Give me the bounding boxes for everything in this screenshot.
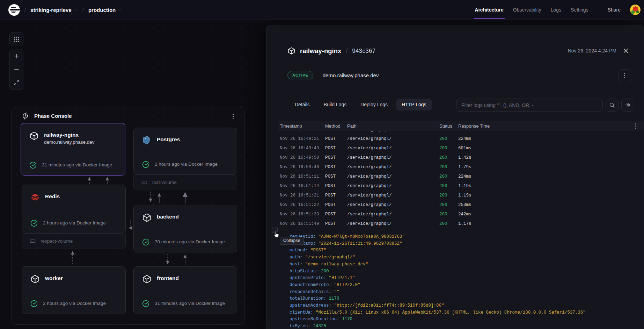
table-options-button[interactable] — [635, 123, 636, 129]
nav-tab[interactable]: Architecture — [475, 7, 503, 13]
log-field: downstreamProto"HTTP/2.0" — [290, 282, 644, 289]
log-field: requestId"AJWc-W7lQt-m8MxoTosa8A_9803176… — [290, 234, 644, 241]
log-row[interactable]: Nov 26 16:49:43 POST /service/graphql/ 2… — [278, 144, 644, 153]
postgres-icon — [142, 136, 152, 145]
collapse-log-button[interactable] — [272, 227, 278, 233]
service-card-frontend[interactable]: frontend 31 minutes ago via Docker Image — [133, 266, 237, 314]
collapse-tooltip: Collapse — [280, 237, 304, 245]
cube-icon — [30, 274, 40, 284]
log-row[interactable]: Nov 26 16:49:14 POST /service/graphql/ 2… — [278, 131, 644, 134]
project-switcher[interactable]: striking-reprieve — [30, 7, 78, 13]
group-menu-button[interactable] — [229, 113, 236, 120]
log-field: upstreamAddress"http://[fd12:a011:ff74::… — [290, 302, 644, 309]
deploy-status-text: 31 minutes ago via Docker Image — [155, 300, 225, 307]
nav-tab[interactable]: Observability — [513, 7, 541, 13]
chevron-down-icon — [118, 8, 122, 12]
log-field: path"/service/graphql/" — [290, 254, 644, 261]
expand-icon — [14, 80, 20, 86]
panel-meta: Nov 26, 2024 4:24 PM — [568, 48, 629, 54]
close-icon[interactable] — [623, 48, 629, 54]
log-field: clientUa"Mozilla/5.0 (X11; Linux x86_64)… — [290, 309, 644, 316]
service-card-worker[interactable]: worker 2 hours ago via Docker Image — [22, 266, 126, 314]
railway-logo[interactable] — [8, 4, 20, 16]
nav-tabs: ArchitectureObservabilityLogsSettings — [475, 7, 588, 13]
check-circle-icon — [142, 161, 149, 168]
top-nav: / striking-reprieve / production Archite… — [0, 0, 644, 20]
log-row[interactable]: Nov 26 16:51:11 POST /service/graphql/ 2… — [278, 172, 644, 181]
chevron-down-icon — [74, 8, 78, 12]
log-field: httpStatus200 — [290, 268, 644, 275]
volume-disk-icon — [29, 238, 36, 244]
environment-name: production — [88, 7, 116, 13]
group-header: Phase Console — [22, 112, 72, 120]
service-card-redis[interactable]: Redis 2 hours ago via Docker Image — [22, 185, 126, 234]
status-badge: ACTIVE — [287, 71, 313, 79]
log-row[interactable]: Nov 26 16:49:50 POST /service/graphql/ 2… — [278, 153, 644, 163]
panel-tab[interactable]: Details — [290, 99, 315, 110]
zoom-out-button[interactable] — [10, 63, 23, 76]
log-field: host"demo.railway.phase.dev" — [290, 261, 644, 268]
log-field: upstreamRqDuration1170 — [290, 316, 644, 323]
column-status[interactable]: Status — [439, 123, 458, 129]
check-circle-icon — [29, 162, 37, 169]
service-card-railway-nginx[interactable]: railway-nginx demo.railway.phase.dev 31 … — [21, 123, 125, 176]
column-response-time[interactable]: Response Time — [458, 123, 644, 129]
deploy-status-text: 2 hours ago via Docker Image — [155, 161, 218, 168]
deployment-domain[interactable]: demo.railway.phase.dev — [323, 72, 379, 78]
search-button[interactable] — [606, 99, 619, 112]
service-name: backend — [157, 213, 179, 222]
panel-tab[interactable]: Deploy Logs — [355, 99, 393, 110]
redis-icon — [30, 193, 40, 202]
check-circle-icon — [142, 238, 149, 246]
log-row[interactable]: Nov 26 16:51:33 POST /service/graphql/ 2… — [278, 210, 644, 219]
panel-tab[interactable]: HTTP Logs — [396, 99, 432, 110]
deployment-id: 943c367 — [352, 48, 375, 55]
log-row[interactable]: Nov 26 16:50:46 POST /service/graphql/ 2… — [278, 163, 644, 172]
column-path[interactable]: Path — [347, 123, 439, 129]
log-row[interactable]: Nov 26 16:51:21 POST /service/graphql/ 2… — [278, 191, 644, 200]
group-title: Phase Console — [34, 113, 72, 119]
zoom-in-button[interactable] — [10, 49, 23, 63]
deployment-menu-button[interactable] — [618, 69, 631, 82]
deployment-status-row: ACTIVE demo.railway.phase.dev — [287, 71, 379, 79]
log-field: timestamp"2024-11-26T11:21:49.962970385Z… — [290, 241, 644, 248]
panel-tab[interactable]: Build Logs — [319, 99, 352, 110]
log-row[interactable]: Nov 26 16:51:22 POST /service/graphql/ 2… — [278, 200, 644, 210]
fit-view-button[interactable] — [10, 76, 23, 90]
log-field: txBytes24325 — [290, 323, 644, 329]
service-card-postgres[interactable]: Postgres 2 hours ago via Docker Image — [133, 128, 237, 175]
phase-logo-icon — [22, 112, 29, 120]
volume-name: respect-volume — [41, 238, 73, 244]
log-field: upstreamProto"HTTP/1.1" — [290, 275, 644, 282]
environment-switcher[interactable]: production — [88, 7, 122, 13]
service-name: Redis — [45, 193, 60, 202]
nav-tab[interactable]: Logs — [551, 7, 561, 13]
breadcrumb-slash: / — [82, 7, 84, 13]
column-method[interactable]: Method — [325, 123, 347, 129]
panel-tabs: DetailsBuild LogsDeploy LogsHTTP Logs — [290, 99, 432, 110]
share-button[interactable]: Share — [608, 7, 621, 13]
nav-tab[interactable]: Settings — [571, 7, 588, 13]
volume-loaf-volume[interactable]: loaf-volume — [133, 175, 237, 190]
canvas-layout-button[interactable] — [9, 32, 23, 46]
volume-name: loaf-volume — [152, 180, 177, 185]
log-row[interactable]: Nov 26 16:51:49 POST /service/graphql/ 2… — [278, 219, 644, 229]
service-card-backend[interactable]: backend 70 minutes ago via Docker Image — [133, 205, 237, 252]
header-slash: / — [346, 47, 347, 55]
log-settings-button[interactable] — [621, 99, 634, 112]
cube-icon — [142, 213, 152, 222]
log-row[interactable]: Nov 26 16:49:21 POST /service/graphql/ 2… — [278, 134, 644, 144]
avatar[interactable] — [630, 5, 641, 15]
log-row[interactable]: Nov 26 16:51:14 POST /service/graphql/ 2… — [278, 181, 644, 191]
check-circle-icon — [30, 220, 38, 227]
cube-icon — [29, 131, 39, 141]
deploy-status-text: 31 minutes ago via Docker Image — [42, 162, 112, 169]
volume-respect-volume[interactable]: respect-volume — [22, 234, 126, 249]
deployment-panel: railway-nginx / 943c367 Nov 26, 2024 4:2… — [266, 25, 644, 329]
expanded-log-json: requestId"AJWc-W7lQt-m8MxoTosa8A_9803176… — [280, 232, 644, 329]
panel-service-name: railway-nginx — [300, 47, 341, 55]
column-timestamp[interactable]: Timestamp — [280, 123, 325, 129]
log-filter-input[interactable] — [456, 99, 603, 112]
log-filter-row — [456, 99, 634, 112]
kebab-icon — [624, 73, 625, 78]
